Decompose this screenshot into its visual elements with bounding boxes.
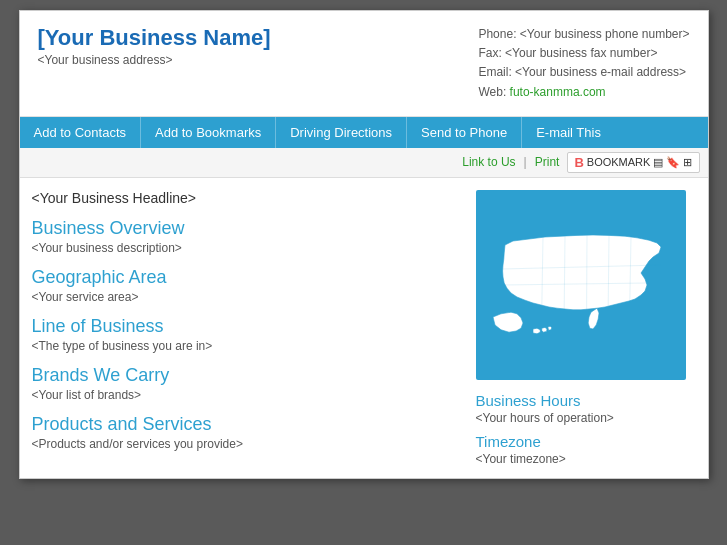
section-title-2: Line of Business [32,316,462,337]
business-headline: <Your Business Headline> [32,190,462,206]
email-this-link[interactable]: E-mail This [522,117,615,148]
right-section-title-1: Timezone [476,433,696,450]
web-link[interactable]: futo-kanmma.com [510,85,606,99]
right-section-desc-1: <Your timezone> [476,452,696,466]
send-to-phone-link[interactable]: Send to Phone [407,117,521,148]
add-to-contacts-link[interactable]: Add to Contacts [20,117,141,148]
toolbar-separator: | [524,155,527,169]
bookmark-b-icon: B [574,155,583,170]
section-desc-2: <The type of business you are in> [32,339,462,353]
section-title-1: Geographic Area [32,267,462,288]
section-title-4: Products and Services [32,414,462,435]
header-left: [Your Business Name] <Your business addr… [38,25,271,102]
business-address: <Your business address> [38,53,271,67]
email-info: Email: <Your business e-mail address> [478,63,689,82]
navbar: Add to Contacts Add to Bookmarks Driving… [20,117,708,148]
content-right: Business Hours <Your hours of operation>… [476,190,696,466]
us-map-svg [481,200,681,370]
add-to-bookmarks-link[interactable]: Add to Bookmarks [141,117,275,148]
right-section-desc-0: <Your hours of operation> [476,411,696,425]
section-title-0: Business Overview [32,218,462,239]
content-left: <Your Business Headline> Business Overvi… [32,190,462,466]
fax-info: Fax: <Your business fax number> [478,44,689,63]
section-desc-3: <Your list of brands> [32,388,462,402]
link-to-us-link[interactable]: Link to Us [462,155,515,169]
us-map-container [476,190,686,380]
section-desc-4: <Products and/or services you provide> [32,437,462,451]
business-name: [Your Business Name] [38,25,271,51]
toolbar: Link to Us | Print B BOOKMARK ▤ 🔖 ⊞ [20,148,708,178]
right-section-title-0: Business Hours [476,392,696,409]
phone-info: Phone: <Your business phone number> [478,25,689,44]
print-link[interactable]: Print [535,155,560,169]
bookmark-icons: ▤ 🔖 ⊞ [653,156,692,169]
content-area: <Your Business Headline> Business Overvi… [20,178,708,478]
bookmark-label: BOOKMARK [587,156,651,168]
section-desc-0: <Your business description> [32,241,462,255]
web-info: Web: futo-kanmma.com [478,83,689,102]
web-label: Web: [478,85,506,99]
driving-directions-link[interactable]: Driving Directions [276,117,406,148]
header-right: Phone: <Your business phone number> Fax:… [478,25,689,102]
header: [Your Business Name] <Your business addr… [20,11,708,117]
section-title-3: Brands We Carry [32,365,462,386]
bookmark-button[interactable]: B BOOKMARK ▤ 🔖 ⊞ [567,152,699,173]
section-desc-1: <Your service area> [32,290,462,304]
page-wrapper: [Your Business Name] <Your business addr… [19,10,709,479]
